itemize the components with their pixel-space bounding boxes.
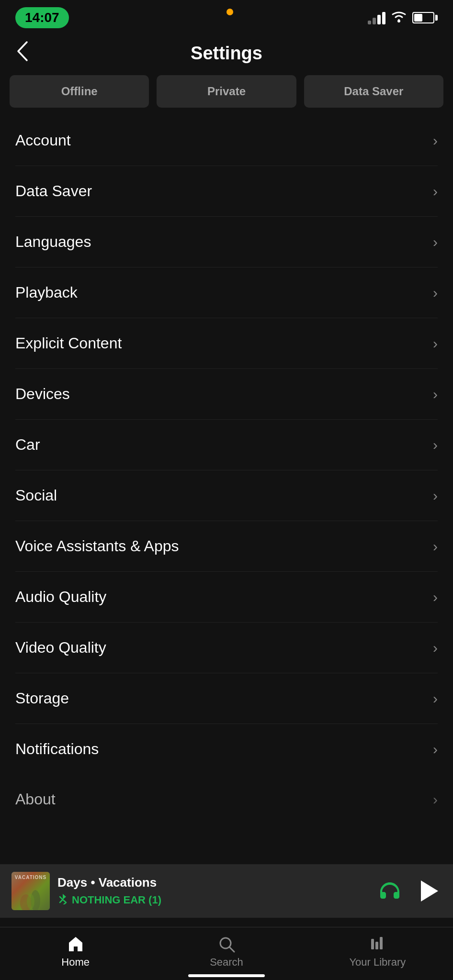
settings-item-storage[interactable]: Storage › [15,673,438,724]
svg-line-5 [229,947,234,952]
svg-rect-7 [375,942,378,949]
settings-label-languages: Languages [15,233,91,251]
nav-label-home: Home [61,956,90,969]
status-icons [368,10,438,26]
svg-rect-6 [371,939,374,949]
chevron-icon-account: › [433,133,438,149]
header: Settings [0,33,453,71]
pill-offline[interactable]: Offline [10,75,149,108]
headphone-button[interactable] [376,878,403,904]
settings-item-audio[interactable]: Audio Quality › [15,572,438,623]
mini-player-info: Days • Vacations NOTHING EAR (1) [57,875,369,907]
wifi-icon [390,10,408,26]
settings-label-devices: Devices [15,385,70,403]
status-bar: 14:07 [0,0,453,33]
settings-item-languages[interactable]: Languages › [15,217,438,267]
settings-label-social: Social [15,487,57,504]
home-indicator [188,974,265,977]
bottom-nav: Home Search Your Library [0,927,453,980]
settings-label-notifications: Notifications [15,740,99,758]
chevron-icon-explicit: › [433,335,438,352]
mini-player[interactable]: VACATIONS Days • Vacations NOTHING EAR [0,864,453,918]
mode-pills: Offline Private Data Saver [0,71,453,115]
settings-item-about[interactable]: About › [0,774,453,824]
chevron-icon-storage: › [433,690,438,707]
settings-label-storage: Storage [15,690,69,707]
settings-item-notifications[interactable]: Notifications › [15,724,438,774]
nav-label-search: Search [210,956,243,969]
settings-item-explicit[interactable]: Explicit Content › [15,318,438,369]
chevron-icon-video: › [433,640,438,656]
settings-label-about: About [15,791,56,808]
notification-dot [226,9,233,15]
settings-item-social[interactable]: Social › [15,470,438,521]
settings-label-audio: Audio Quality [15,588,106,606]
chevron-icon-audio: › [433,589,438,605]
nav-item-home[interactable]: Home [0,935,151,969]
chevron-icon-playback: › [433,285,438,301]
settings-label-account: Account [15,132,71,149]
battery-icon [412,12,438,23]
settings-label-voice: Voice Assistants & Apps [15,537,179,555]
chevron-icon-devices: › [433,386,438,402]
settings-item-account[interactable]: Account › [15,115,438,166]
settings-item-devices[interactable]: Devices › [15,369,438,420]
settings-label-video: Video Quality [15,639,106,657]
nav-item-search[interactable]: Search [151,935,302,969]
signal-icon [368,11,385,24]
settings-item-voice[interactable]: Voice Assistants & Apps › [15,521,438,572]
pill-private[interactable]: Private [157,75,296,108]
pill-datasaver[interactable]: Data Saver [304,75,443,108]
nav-label-library: Your Library [349,956,406,969]
album-art: VACATIONS [11,872,50,910]
back-button[interactable] [15,40,29,67]
mini-player-device: NOTHING EAR (1) [57,893,369,907]
settings-item-car[interactable]: Car › [15,420,438,470]
bluetooth-icon [57,893,68,907]
chevron-icon-social: › [433,488,438,504]
settings-item-playback[interactable]: Playback › [15,267,438,318]
svg-rect-8 [380,937,383,949]
svg-point-0 [397,20,400,22]
chevron-icon-notifications: › [433,741,438,757]
settings-item-datasaver[interactable]: Data Saver › [15,166,438,217]
page-title: Settings [191,43,262,64]
chevron-icon-about: › [433,791,438,808]
device-name: NOTHING EAR (1) [72,894,161,906]
svg-point-3 [27,894,34,909]
mini-player-track: Days • Vacations [57,875,369,890]
nav-item-library[interactable]: Your Library [302,935,453,969]
settings-item-video[interactable]: Video Quality › [15,623,438,673]
mini-player-controls [376,878,442,904]
chevron-icon-car: › [433,437,438,453]
settings-list: Account › Data Saver › Languages › Playb… [0,115,453,774]
chevron-icon-voice: › [433,538,438,555]
chevron-icon-languages: › [433,234,438,250]
play-button[interactable] [415,878,442,904]
settings-label-playback: Playback [15,284,78,301]
settings-label-datasaver: Data Saver [15,182,92,200]
chevron-icon-datasaver: › [433,183,438,200]
settings-label-car: Car [15,436,40,454]
settings-label-explicit: Explicit Content [15,334,122,352]
status-time: 14:07 [15,7,69,28]
